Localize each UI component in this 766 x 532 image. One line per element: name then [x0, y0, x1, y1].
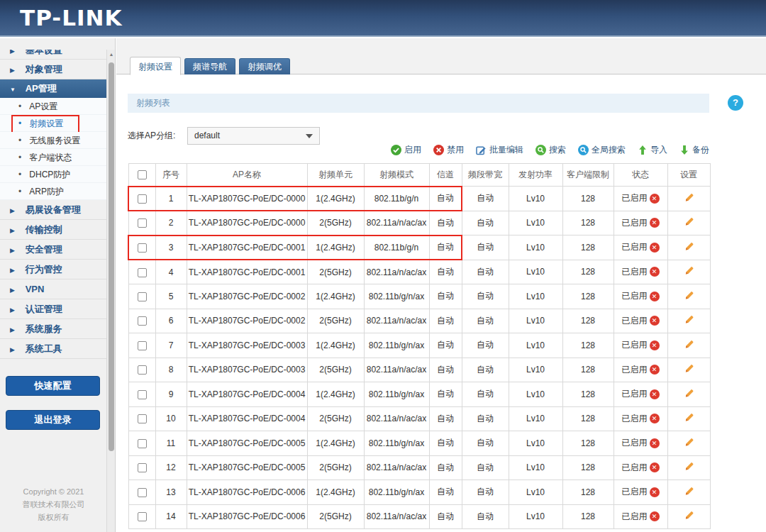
disable-toggle-icon[interactable]: ✕: [650, 340, 660, 350]
disable-toggle-icon[interactable]: ✕: [650, 414, 660, 423]
menu-marker-icon: [10, 300, 17, 320]
edit-pencil-icon[interactable]: [684, 265, 694, 276]
search-button[interactable]: 搜索: [535, 144, 566, 156]
disable-toggle-icon[interactable]: ✕: [650, 438, 660, 448]
backup-arrow-down-icon: [679, 145, 689, 155]
sidebar-menu-item[interactable]: ARP防护: [0, 183, 106, 200]
edit-pencil-icon[interactable]: [684, 412, 694, 423]
disable-toggle-icon[interactable]: ✕: [650, 462, 660, 472]
edit-pencil-icon[interactable]: [684, 437, 694, 448]
edit-pencil-icon[interactable]: [684, 461, 694, 472]
row-checkbox[interactable]: [138, 488, 147, 497]
disable-toggle-icon[interactable]: ✕: [650, 194, 660, 204]
sidebar-menu-item[interactable]: 传输控制: [0, 220, 106, 240]
batch-edit-button[interactable]: 批量编辑: [476, 144, 523, 156]
row-checkbox[interactable]: [138, 194, 147, 204]
sidebar-menu-item[interactable]: DHCP防护: [0, 166, 106, 183]
ap-name-cell: TL-XAP1807GC-PoE/DC-0004: [187, 406, 307, 431]
disable-toggle-icon[interactable]: ✕: [650, 218, 660, 228]
disable-toggle-icon[interactable]: ✕: [650, 389, 660, 399]
edit-pencil-icon[interactable]: [684, 388, 694, 399]
disable-toggle-icon[interactable]: ✕: [650, 292, 660, 301]
sidebar-menu-item[interactable]: VPN: [0, 279, 106, 299]
edit-pencil-icon[interactable]: [684, 314, 694, 325]
row-checkbox[interactable]: [138, 243, 147, 253]
tab[interactable]: 射频调优: [239, 58, 290, 74]
edit-pencil-icon[interactable]: [684, 510, 694, 521]
seq-cell: 5: [155, 284, 187, 309]
sidebar-item-label: 对象管理: [26, 60, 62, 79]
row-checkbox[interactable]: [138, 316, 147, 326]
row-checkbox[interactable]: [138, 268, 147, 277]
sidebar-menu-item[interactable]: 行为管控: [0, 260, 106, 279]
scrollbar-thumb[interactable]: [109, 62, 114, 451]
bandwidth-cell: 自动: [462, 235, 509, 260]
sidebar-menu-item[interactable]: 射频设置: [0, 115, 106, 132]
edit-pencil-icon[interactable]: [684, 486, 694, 497]
disable-toggle-icon[interactable]: ✕: [650, 267, 660, 277]
sidebar-menu-item[interactable]: 认证管理: [0, 299, 106, 319]
column-header: AP名称: [187, 164, 307, 187]
sidebar-nav: 基本设置 对象管理 AP管理 AP设置: [0, 38, 116, 532]
row-checkbox[interactable]: [138, 439, 147, 448]
column-header: 频段带宽: [462, 164, 509, 187]
row-checkbox[interactable]: [138, 463, 147, 472]
tab[interactable]: 频谱导航: [184, 58, 235, 74]
logout-button[interactable]: 退出登录: [6, 410, 100, 430]
scroll-up-arrow-icon[interactable]: ▲: [107, 52, 116, 57]
edit-pencil-icon[interactable]: [684, 192, 694, 203]
radio-mode-cell: 802.11a/n/ac/ax: [364, 406, 429, 431]
disable-toggle-icon[interactable]: ✕: [650, 365, 660, 375]
row-checkbox[interactable]: [138, 390, 147, 399]
sidebar-menu-item[interactable]: 易展设备管理: [0, 200, 106, 220]
sidebar-menu-item[interactable]: 无线服务设置: [0, 132, 106, 149]
client-limit-cell: 128: [562, 480, 614, 505]
row-checkbox[interactable]: [138, 292, 147, 301]
edit-pencil-icon[interactable]: [684, 290, 694, 301]
sidebar-item-label: 系统工具: [26, 339, 62, 359]
table-toolbar: 启用 禁用 批量编辑 搜索 全局搜索 导入 备份: [128, 143, 709, 157]
sidebar-menu-item[interactable]: 系统工具: [0, 339, 106, 359]
edit-pencil-icon[interactable]: [684, 363, 694, 374]
row-checkbox[interactable]: [138, 512, 147, 521]
disable-toggle-icon[interactable]: ✕: [650, 487, 660, 497]
client-limit-cell: 128: [562, 431, 614, 456]
disable-toggle-icon[interactable]: ✕: [650, 511, 660, 521]
radio-mode-cell: 802.11a/n/ac/ax: [364, 358, 429, 382]
sidebar-scrollbar[interactable]: ▲: [106, 50, 115, 532]
edit-pencil-icon[interactable]: [684, 216, 694, 227]
tab[interactable]: 射频设置: [130, 57, 181, 75]
checkbox-cell: [128, 309, 155, 333]
client-limit-cell: 128: [562, 235, 614, 260]
edit-pencil-icon[interactable]: [684, 241, 694, 252]
bandwidth-cell: 自动: [462, 431, 509, 456]
disable-toggle-icon[interactable]: ✕: [650, 316, 660, 326]
row-checkbox[interactable]: [138, 365, 147, 375]
backup-button[interactable]: 备份: [679, 144, 709, 156]
sidebar-menu-item[interactable]: 对象管理: [0, 60, 106, 79]
channel-cell: 自动: [429, 358, 462, 382]
menu-marker-icon: [10, 260, 17, 280]
edit-pencil-icon[interactable]: [684, 339, 694, 350]
ap-name-cell: TL-XAP1807GC-PoE/DC-0001: [187, 235, 307, 260]
row-checkbox[interactable]: [138, 218, 147, 228]
sidebar-menu-item[interactable]: 系统服务: [0, 319, 106, 339]
sidebar-menu-item[interactable]: AP设置: [0, 98, 106, 115]
row-checkbox[interactable]: [138, 341, 147, 350]
table-row: 10 TL-XAP1807GC-PoE/DC-0004 2(5GHz) 802.…: [128, 406, 710, 431]
import-button[interactable]: 导入: [638, 144, 667, 156]
quick-config-button[interactable]: 快速配置: [6, 376, 100, 396]
row-checkbox[interactable]: [138, 414, 147, 423]
help-button[interactable]: ?: [728, 95, 743, 111]
sidebar-item-label: 认证管理: [26, 299, 62, 319]
menu-marker-icon: [10, 60, 17, 80]
select-all-checkbox[interactable]: [138, 170, 147, 179]
disable-toggle-icon[interactable]: ✕: [650, 243, 660, 253]
sidebar-menu-item[interactable]: 安全管理: [0, 240, 106, 260]
disable-button[interactable]: 禁用: [433, 144, 464, 156]
sidebar-menu-item[interactable]: 客户端状态: [0, 149, 106, 166]
enable-button[interactable]: 启用: [391, 144, 421, 156]
sidebar-menu-item[interactable]: AP管理: [0, 79, 106, 98]
sidebar-menu-item[interactable]: 基本设置: [0, 50, 106, 60]
global-search-button[interactable]: 全局搜索: [578, 144, 626, 156]
